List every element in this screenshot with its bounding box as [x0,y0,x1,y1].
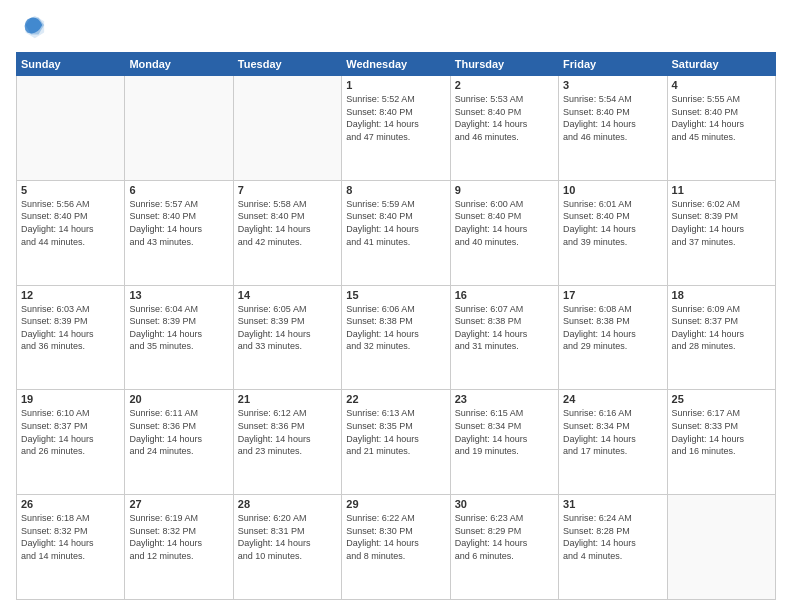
calendar-cell: 8Sunrise: 5:59 AM Sunset: 8:40 PM Daylig… [342,180,450,285]
day-number: 4 [672,79,771,91]
calendar-cell: 10Sunrise: 6:01 AM Sunset: 8:40 PM Dayli… [559,180,667,285]
calendar-cell: 4Sunrise: 5:55 AM Sunset: 8:40 PM Daylig… [667,76,775,181]
day-number: 31 [563,498,662,510]
calendar-cell: 13Sunrise: 6:04 AM Sunset: 8:39 PM Dayli… [125,285,233,390]
day-info: Sunrise: 5:57 AM Sunset: 8:40 PM Dayligh… [129,198,228,248]
day-info: Sunrise: 6:16 AM Sunset: 8:34 PM Dayligh… [563,407,662,457]
day-info: Sunrise: 5:52 AM Sunset: 8:40 PM Dayligh… [346,93,445,143]
calendar-cell: 11Sunrise: 6:02 AM Sunset: 8:39 PM Dayli… [667,180,775,285]
day-number: 12 [21,289,120,301]
weekday-header: Saturday [667,53,775,76]
day-number: 14 [238,289,337,301]
day-info: Sunrise: 6:12 AM Sunset: 8:36 PM Dayligh… [238,407,337,457]
calendar-cell: 29Sunrise: 6:22 AM Sunset: 8:30 PM Dayli… [342,495,450,600]
day-info: Sunrise: 6:06 AM Sunset: 8:38 PM Dayligh… [346,303,445,353]
calendar-cell: 25Sunrise: 6:17 AM Sunset: 8:33 PM Dayli… [667,390,775,495]
day-info: Sunrise: 6:02 AM Sunset: 8:39 PM Dayligh… [672,198,771,248]
calendar-cell: 7Sunrise: 5:58 AM Sunset: 8:40 PM Daylig… [233,180,341,285]
calendar-cell: 26Sunrise: 6:18 AM Sunset: 8:32 PM Dayli… [17,495,125,600]
day-number: 13 [129,289,228,301]
weekday-header: Monday [125,53,233,76]
day-info: Sunrise: 6:17 AM Sunset: 8:33 PM Dayligh… [672,407,771,457]
day-info: Sunrise: 6:24 AM Sunset: 8:28 PM Dayligh… [563,512,662,562]
day-number: 6 [129,184,228,196]
day-info: Sunrise: 6:20 AM Sunset: 8:31 PM Dayligh… [238,512,337,562]
day-info: Sunrise: 6:18 AM Sunset: 8:32 PM Dayligh… [21,512,120,562]
day-number: 20 [129,393,228,405]
day-number: 28 [238,498,337,510]
calendar-cell: 9Sunrise: 6:00 AM Sunset: 8:40 PM Daylig… [450,180,558,285]
day-number: 19 [21,393,120,405]
calendar-cell [667,495,775,600]
day-number: 18 [672,289,771,301]
calendar-cell: 3Sunrise: 5:54 AM Sunset: 8:40 PM Daylig… [559,76,667,181]
day-info: Sunrise: 5:54 AM Sunset: 8:40 PM Dayligh… [563,93,662,143]
day-number: 9 [455,184,554,196]
day-number: 5 [21,184,120,196]
day-number: 17 [563,289,662,301]
calendar-cell: 28Sunrise: 6:20 AM Sunset: 8:31 PM Dayli… [233,495,341,600]
calendar-cell [125,76,233,181]
calendar-cell: 16Sunrise: 6:07 AM Sunset: 8:38 PM Dayli… [450,285,558,390]
calendar-cell: 23Sunrise: 6:15 AM Sunset: 8:34 PM Dayli… [450,390,558,495]
day-number: 29 [346,498,445,510]
day-info: Sunrise: 6:11 AM Sunset: 8:36 PM Dayligh… [129,407,228,457]
day-info: Sunrise: 5:55 AM Sunset: 8:40 PM Dayligh… [672,93,771,143]
day-info: Sunrise: 6:08 AM Sunset: 8:38 PM Dayligh… [563,303,662,353]
weekday-header: Tuesday [233,53,341,76]
page: SundayMondayTuesdayWednesdayThursdayFrid… [0,0,792,612]
calendar-cell [17,76,125,181]
day-info: Sunrise: 5:58 AM Sunset: 8:40 PM Dayligh… [238,198,337,248]
day-number: 24 [563,393,662,405]
day-number: 21 [238,393,337,405]
calendar-cell [233,76,341,181]
weekday-header: Thursday [450,53,558,76]
weekday-header: Friday [559,53,667,76]
calendar-cell: 30Sunrise: 6:23 AM Sunset: 8:29 PM Dayli… [450,495,558,600]
day-number: 1 [346,79,445,91]
day-info: Sunrise: 6:23 AM Sunset: 8:29 PM Dayligh… [455,512,554,562]
weekday-header: Sunday [17,53,125,76]
day-number: 11 [672,184,771,196]
calendar-cell: 14Sunrise: 6:05 AM Sunset: 8:39 PM Dayli… [233,285,341,390]
calendar-cell: 27Sunrise: 6:19 AM Sunset: 8:32 PM Dayli… [125,495,233,600]
calendar-cell: 17Sunrise: 6:08 AM Sunset: 8:38 PM Dayli… [559,285,667,390]
header [16,12,776,44]
day-info: Sunrise: 6:07 AM Sunset: 8:38 PM Dayligh… [455,303,554,353]
day-number: 7 [238,184,337,196]
day-number: 22 [346,393,445,405]
day-info: Sunrise: 5:53 AM Sunset: 8:40 PM Dayligh… [455,93,554,143]
day-info: Sunrise: 6:13 AM Sunset: 8:35 PM Dayligh… [346,407,445,457]
day-info: Sunrise: 6:01 AM Sunset: 8:40 PM Dayligh… [563,198,662,248]
day-number: 10 [563,184,662,196]
calendar-cell: 2Sunrise: 5:53 AM Sunset: 8:40 PM Daylig… [450,76,558,181]
day-number: 25 [672,393,771,405]
day-info: Sunrise: 6:15 AM Sunset: 8:34 PM Dayligh… [455,407,554,457]
logo [16,12,46,44]
day-info: Sunrise: 6:10 AM Sunset: 8:37 PM Dayligh… [21,407,120,457]
calendar-table: SundayMondayTuesdayWednesdayThursdayFrid… [16,52,776,600]
calendar-cell: 18Sunrise: 6:09 AM Sunset: 8:37 PM Dayli… [667,285,775,390]
day-info: Sunrise: 6:05 AM Sunset: 8:39 PM Dayligh… [238,303,337,353]
logo-icon [18,12,46,40]
calendar-cell: 20Sunrise: 6:11 AM Sunset: 8:36 PM Dayli… [125,390,233,495]
day-number: 8 [346,184,445,196]
calendar-cell: 12Sunrise: 6:03 AM Sunset: 8:39 PM Dayli… [17,285,125,390]
day-info: Sunrise: 6:09 AM Sunset: 8:37 PM Dayligh… [672,303,771,353]
day-number: 23 [455,393,554,405]
day-number: 30 [455,498,554,510]
day-info: Sunrise: 6:00 AM Sunset: 8:40 PM Dayligh… [455,198,554,248]
day-number: 15 [346,289,445,301]
calendar-cell: 5Sunrise: 5:56 AM Sunset: 8:40 PM Daylig… [17,180,125,285]
calendar-cell: 24Sunrise: 6:16 AM Sunset: 8:34 PM Dayli… [559,390,667,495]
day-number: 27 [129,498,228,510]
calendar-cell: 19Sunrise: 6:10 AM Sunset: 8:37 PM Dayli… [17,390,125,495]
calendar-cell: 21Sunrise: 6:12 AM Sunset: 8:36 PM Dayli… [233,390,341,495]
calendar-cell: 1Sunrise: 5:52 AM Sunset: 8:40 PM Daylig… [342,76,450,181]
weekday-header: Wednesday [342,53,450,76]
day-number: 16 [455,289,554,301]
calendar-cell: 6Sunrise: 5:57 AM Sunset: 8:40 PM Daylig… [125,180,233,285]
day-info: Sunrise: 6:19 AM Sunset: 8:32 PM Dayligh… [129,512,228,562]
calendar-cell: 15Sunrise: 6:06 AM Sunset: 8:38 PM Dayli… [342,285,450,390]
day-number: 26 [21,498,120,510]
